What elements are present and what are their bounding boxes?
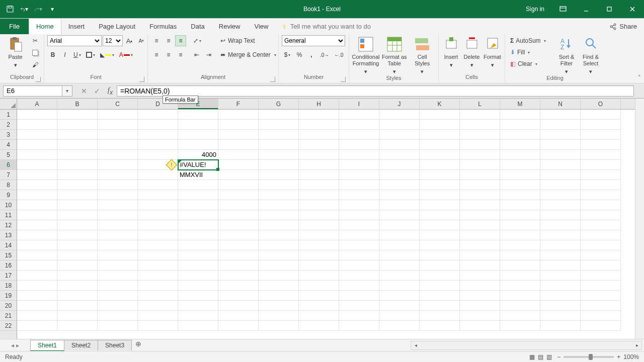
cell-L17[interactable] <box>460 270 500 281</box>
cell-D2[interactable] <box>138 120 178 130</box>
collapse-ribbon-icon[interactable]: ˄ <box>638 74 641 81</box>
zoom-in-icon[interactable]: + <box>617 353 620 360</box>
cell-G20[interactable] <box>259 301 299 311</box>
tab-formulas[interactable]: Formulas <box>142 19 184 34</box>
col-header-M[interactable]: M <box>500 99 540 109</box>
close-icon[interactable] <box>621 0 644 18</box>
cell-G21[interactable] <box>259 311 299 321</box>
border-button[interactable]: ▾ <box>84 49 97 60</box>
fill-button[interactable]: ⬇Fill▾ <box>508 47 553 58</box>
row-header-10[interactable]: 10 <box>0 200 17 210</box>
conditional-formatting-button[interactable]: Conditional Formatting▾ <box>352 35 379 75</box>
cell-J6[interactable] <box>379 160 420 170</box>
cell-N21[interactable] <box>540 311 581 321</box>
cell-D4[interactable] <box>138 140 178 150</box>
cell-K18[interactable] <box>420 281 460 291</box>
cell-I2[interactable] <box>339 120 379 130</box>
cell-N12[interactable] <box>540 220 581 230</box>
cell-O9[interactable] <box>581 190 621 200</box>
cell-O11[interactable] <box>581 210 621 220</box>
cell-O3[interactable] <box>581 130 621 140</box>
cell-L2[interactable] <box>460 120 500 130</box>
cell-I14[interactable] <box>339 240 379 250</box>
cell-B17[interactable] <box>57 270 98 281</box>
row-header-2[interactable]: 2 <box>0 120 17 130</box>
cell-C13[interactable] <box>98 230 138 240</box>
cell-J4[interactable] <box>379 140 420 150</box>
cell-I15[interactable] <box>339 250 379 260</box>
cell-N19[interactable] <box>540 291 581 301</box>
cell-E15[interactable] <box>178 250 218 260</box>
increase-indent-button[interactable]: ⇥ <box>203 49 214 60</box>
cell-A12[interactable] <box>17 220 57 230</box>
cell-E13[interactable] <box>178 230 218 240</box>
cell-N5[interactable] <box>540 150 581 160</box>
merge-center-button[interactable]: ⬌Merge & Center▾ <box>218 49 279 60</box>
cell-O2[interactable] <box>581 120 621 130</box>
cell-K20[interactable] <box>420 301 460 311</box>
cells-area[interactable]: ! 4000#VALUE!MMXVII <box>17 110 635 331</box>
cell-M4[interactable] <box>500 140 540 150</box>
cell-O15[interactable] <box>581 250 621 260</box>
cell-L6[interactable] <box>460 160 500 170</box>
cell-E7[interactable]: MMXVII <box>178 170 218 180</box>
cell-M11[interactable] <box>500 210 540 220</box>
tab-home[interactable]: Home <box>29 19 61 34</box>
cell-F4[interactable] <box>218 140 259 150</box>
cell-L19[interactable] <box>460 291 500 301</box>
cell-C16[interactable] <box>98 260 138 270</box>
cell-B13[interactable] <box>57 230 98 240</box>
row-header-14[interactable]: 14 <box>0 240 17 250</box>
cell-G22[interactable] <box>259 321 299 331</box>
cell-O22[interactable] <box>581 321 621 331</box>
cell-L22[interactable] <box>460 321 500 331</box>
col-header-F[interactable]: F <box>218 99 259 109</box>
cell-J13[interactable] <box>379 230 420 240</box>
cell-H6[interactable] <box>299 160 339 170</box>
cell-K8[interactable] <box>420 180 460 190</box>
cell-F20[interactable] <box>218 301 259 311</box>
cell-E9[interactable] <box>178 190 218 200</box>
wrap-text-button[interactable]: ↩Wrap Text <box>218 35 279 46</box>
cell-G17[interactable] <box>259 270 299 281</box>
cell-D9[interactable] <box>138 190 178 200</box>
cell-F13[interactable] <box>218 230 259 240</box>
cell-M15[interactable] <box>500 250 540 260</box>
cell-G3[interactable] <box>259 130 299 140</box>
cell-B5[interactable] <box>57 150 98 160</box>
cell-B22[interactable] <box>57 321 98 331</box>
cell-F17[interactable] <box>218 270 259 281</box>
row-header-16[interactable]: 16 <box>0 260 17 270</box>
tab-review[interactable]: Review <box>212 19 248 34</box>
tab-file[interactable]: File <box>0 19 29 34</box>
cell-I5[interactable] <box>339 150 379 160</box>
cell-H12[interactable] <box>299 220 339 230</box>
cell-N4[interactable] <box>540 140 581 150</box>
cell-J17[interactable] <box>379 270 420 281</box>
cell-C6[interactable] <box>98 160 138 170</box>
paste-button[interactable]: Paste ▾ <box>3 35 28 68</box>
cell-H8[interactable] <box>299 180 339 190</box>
cell-H21[interactable] <box>299 311 339 321</box>
cell-C14[interactable] <box>98 240 138 250</box>
col-header-N[interactable]: N <box>540 99 581 109</box>
tab-page-layout[interactable]: Page Layout <box>92 19 142 34</box>
insert-function-button[interactable]: fx <box>104 86 117 96</box>
cell-I13[interactable] <box>339 230 379 240</box>
cell-L5[interactable] <box>460 150 500 160</box>
vertical-scrollbar[interactable] <box>635 99 644 339</box>
cell-F21[interactable] <box>218 311 259 321</box>
cell-D11[interactable] <box>138 210 178 220</box>
align-center-button[interactable]: ≡ <box>163 49 174 60</box>
cell-A6[interactable] <box>17 160 57 170</box>
delete-cells-button[interactable]: Delete▾ <box>462 35 481 68</box>
cell-I19[interactable] <box>339 291 379 301</box>
cell-F6[interactable] <box>218 160 259 170</box>
autosum-button[interactable]: ΣAutoSum▾ <box>508 35 553 46</box>
cell-O13[interactable] <box>581 230 621 240</box>
cell-C18[interactable] <box>98 281 138 291</box>
cell-E8[interactable] <box>178 180 218 190</box>
cell-A2[interactable] <box>17 120 57 130</box>
cell-D15[interactable] <box>138 250 178 260</box>
align-right-button[interactable]: ≡ <box>175 49 186 60</box>
